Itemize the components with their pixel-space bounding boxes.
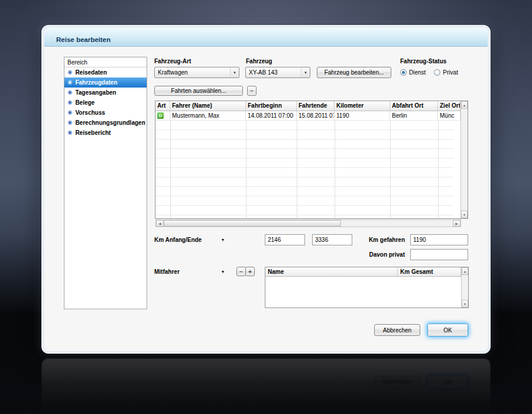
cell-fahrtbeginn: 14.08.2011 07:00 — [246, 111, 297, 121]
bereich-header: Bereich — [64, 57, 147, 67]
sidebar-item-label: Vorschuss — [75, 109, 105, 116]
km-anfang-ende-label: Km Anfang/Ende — [154, 237, 202, 243]
fahrzeug-bearbeiten-button[interactable]: Fahrzeug bearbeiten... — [317, 67, 391, 78]
km-anfang-ende-expander[interactable]: ▼ — [219, 237, 226, 244]
cell-fahrtende: 15.08.2011 07:00 — [297, 111, 335, 121]
gear-icon: ✳ — [67, 120, 72, 126]
reflection-fade — [41, 358, 491, 414]
davon-privat-field[interactable] — [410, 249, 468, 260]
sidebar-item-label: Belege — [75, 99, 95, 106]
sidebar-item-fahrzeugdaten[interactable]: ✳ Fahrzeugdaten — [64, 77, 147, 88]
gear-icon: ✳ — [67, 70, 72, 76]
fahrten-table-content: Art Fahrer (Name) Fahrtbeginn Fahrtende … — [155, 101, 460, 218]
horizontal-scrollbar[interactable]: ◀ ▶ — [155, 219, 461, 227]
scroll-down-icon[interactable]: ▼ — [462, 300, 468, 308]
fahrzeug-art-value: Kraftwagen — [155, 69, 230, 76]
cell-fahrer: Mustermann, Max — [170, 111, 246, 121]
titlebar[interactable]: Reise bearbeiten — [44, 28, 488, 47]
column-header-km-gesamt[interactable]: Km Gesamt — [398, 267, 461, 276]
km-ende-field[interactable] — [312, 234, 352, 245]
mitfahrer-expander[interactable]: ▼ — [219, 269, 226, 276]
gear-icon: ✳ — [67, 100, 72, 106]
fahrzeug-select[interactable]: XY-AB 143 ▼ — [245, 67, 310, 78]
sidebar-item-label: Reisedaten — [75, 69, 106, 76]
cell-art: D — [155, 111, 170, 121]
add-mitfahrer-button[interactable]: + — [245, 267, 255, 276]
fahrzeug-label: Fahrzeug — [246, 58, 272, 64]
scroll-right-icon[interactable]: ▶ — [453, 220, 460, 227]
fahrzeug-status-label: Fahrzeug-Status — [400, 58, 446, 64]
radio-dienst-label: Dienst — [409, 69, 426, 76]
fahrten-table: Art Fahrer (Name) Fahrtbeginn Fahrtende … — [155, 101, 468, 219]
scroll-up-icon[interactable]: ▲ — [461, 101, 468, 109]
radio-dienst[interactable]: Dienst — [400, 69, 426, 76]
sidebar-item-vorschuss[interactable]: ✳ Vorschuss — [64, 108, 147, 118]
mitfahrer-table: Name Km Gesamt ▲ ▼ — [265, 267, 469, 308]
sidebar-item-label: Fahrzeugdaten — [75, 79, 117, 86]
sidebar-item-tagesangaben[interactable]: ✳ Tagesangaben — [64, 88, 147, 98]
column-header-fahrtbeginn[interactable]: Fahrtbeginn — [246, 101, 297, 111]
sidebar-item-berechnungsgrundlagen[interactable]: ✳ Berechnungsgrundlagen — [64, 118, 147, 128]
empty-rows-grid — [155, 121, 453, 218]
radio-privat-label: Privat — [443, 69, 458, 76]
cell-abfahrt-ort: Berlin — [390, 111, 438, 121]
gear-icon: ✳ — [67, 130, 72, 136]
column-header-fahrer[interactable]: Fahrer (Name) — [170, 101, 246, 111]
fahrzeug-value: XY-AB 143 — [246, 69, 301, 76]
scroll-left-icon[interactable]: ◀ — [156, 220, 164, 227]
radio-icon — [400, 69, 407, 76]
trip-type-icon: D — [157, 112, 164, 119]
cell-ziel-ort: Münc — [438, 111, 460, 121]
sidebar-item-label: Berechnungsgrundlagen — [75, 119, 145, 126]
fahrzeug-art-select[interactable]: Kraftwagen ▼ — [154, 67, 239, 78]
chevron-down-icon: ▼ — [230, 67, 239, 77]
sidebar-item-reisebericht[interactable]: ✳ Reisebericht — [64, 128, 147, 138]
sidebar-item-reisedaten[interactable]: ✳ Reisedaten — [64, 67, 147, 77]
column-header-art[interactable]: Art — [155, 101, 170, 111]
davon-privat-label: Davon privat — [369, 251, 405, 258]
fahrten-table-header: Art Fahrer (Name) Fahrtbeginn Fahrtende … — [155, 101, 460, 111]
window-reflection: Reise bearbeiten Bereich ✳ Reisedaten ✳ … — [41, 358, 491, 414]
radio-privat[interactable]: Privat — [434, 69, 458, 76]
window-title: Reise bearbeiten — [56, 36, 111, 43]
radio-icon — [434, 69, 440, 76]
column-header-name[interactable]: Name — [265, 267, 398, 276]
scroll-down-icon[interactable]: ▼ — [461, 211, 468, 218]
column-header-kilometer[interactable]: Kilometer — [335, 101, 390, 111]
mitfahrer-label: Mitfahrer — [154, 269, 180, 275]
sidebar-item-label: Tagesangaben — [75, 89, 116, 96]
gear-icon: ✳ — [67, 90, 72, 96]
chevron-down-icon: ▼ — [301, 67, 310, 77]
fahrten-auswaehlen-button[interactable]: Fahrten auswählen... — [154, 86, 243, 96]
remove-mitfahrer-button[interactable]: − — [236, 267, 246, 276]
bereich-listbox: Bereich ✳ Reisedaten ✳ Fahrzeugdaten ✳ T… — [64, 57, 147, 309]
cancel-button[interactable]: Abbrechen — [374, 324, 420, 336]
column-header-abfahrt-ort[interactable]: Abfahrt Ort — [390, 101, 438, 111]
table-row[interactable]: D Mustermann, Max 14.08.2011 07:00 15.08… — [155, 111, 460, 121]
remove-fahrt-button[interactable]: − — [247, 86, 257, 96]
km-gefahren-label: Km gefahren — [369, 237, 405, 243]
horizontal-scroll-thumb[interactable] — [164, 220, 341, 227]
ok-button[interactable]: OK — [427, 324, 468, 337]
sidebar-item-belege[interactable]: ✳ Belege — [64, 98, 147, 108]
sidebar-item-label: Reisebericht — [75, 130, 111, 136]
mitfahrer-vertical-scrollbar[interactable]: ▲ ▼ — [461, 267, 468, 308]
fahrzeug-status-radios: Dienst Privat — [400, 69, 458, 76]
scroll-up-icon[interactable]: ▲ — [462, 267, 468, 275]
gear-icon: ✳ — [67, 80, 72, 86]
vertical-scrollbar[interactable]: ▲ ▼ — [460, 101, 468, 218]
km-gefahren-field[interactable] — [410, 234, 468, 245]
km-anfang-field[interactable] — [265, 234, 305, 245]
gear-icon: ✳ — [67, 110, 72, 116]
dialog-window: Reise bearbeiten Bereich ✳ Reisedaten ✳ … — [41, 25, 491, 354]
mitfahrer-table-header: Name Km Gesamt — [265, 267, 461, 277]
column-header-ziel-ort[interactable]: Ziel Ort — [438, 101, 460, 111]
column-header-fahrtende[interactable]: Fahrtende — [297, 101, 335, 111]
fahrzeug-art-label: Fahrzeug-Art — [154, 58, 191, 64]
cell-kilometer: 1190 — [335, 111, 390, 121]
